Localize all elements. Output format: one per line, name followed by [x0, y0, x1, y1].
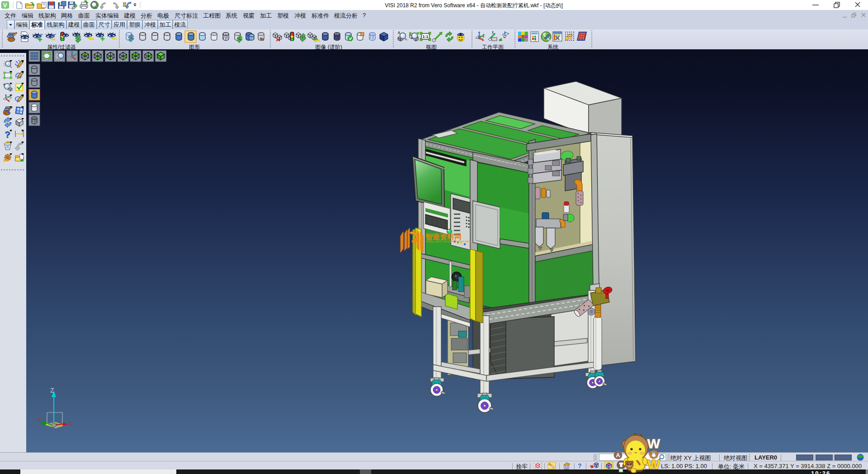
svg-text:1:1: 1:1 [422, 34, 428, 39]
svg-text:?: ? [5, 129, 10, 139]
svg-text:A: A [616, 452, 620, 459]
svg-text:Y: Y [38, 417, 41, 424]
svg-text:Z: Z [50, 387, 54, 394]
svg-text:INTELLIGENT MANUFACTURING DATA: INTELLIGENT MANUFACTURING DATA [426, 240, 472, 243]
svg-text:±: ± [398, 30, 400, 35]
svg-text:智造资料网: 智造资料网 [425, 233, 462, 241]
svg-text:W: W [647, 457, 660, 472]
svg-text:X: X [69, 421, 72, 427]
svg-text:V: V [3, 2, 7, 9]
